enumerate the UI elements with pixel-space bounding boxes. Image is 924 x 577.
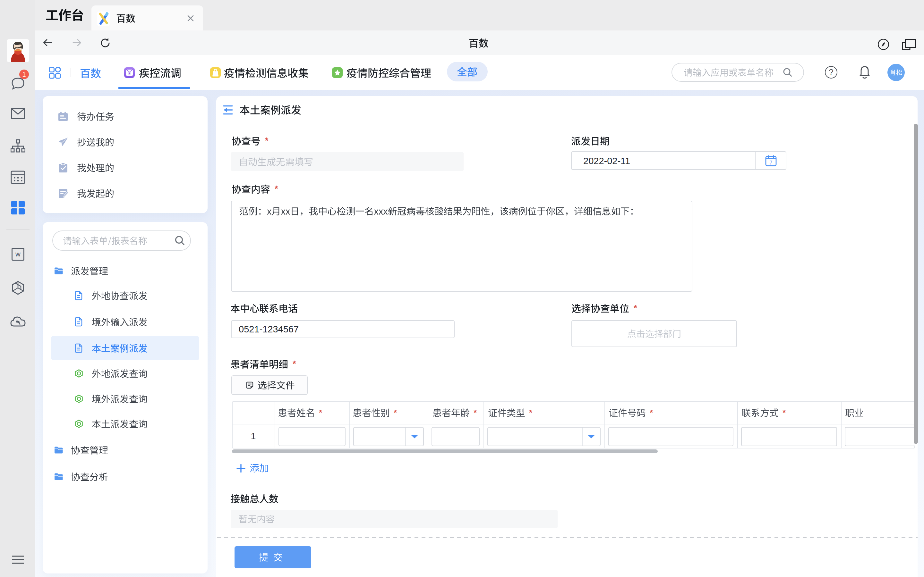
svg-text:¥: ¥ [129, 71, 131, 75]
svg-text:7: 7 [769, 160, 772, 166]
